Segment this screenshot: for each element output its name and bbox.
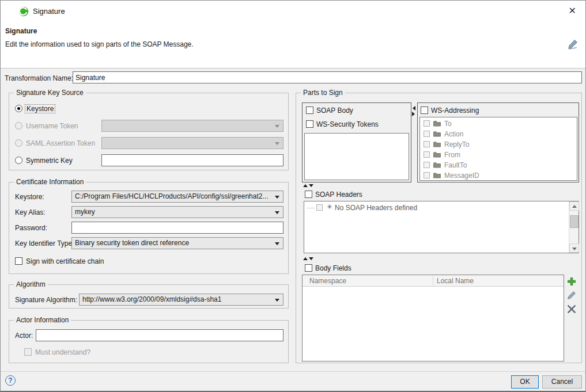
table-header-row: Namespace Local Name [303,275,564,287]
soap-headers-scrollbar[interactable] [569,201,579,253]
password-label: Password: [15,224,47,232]
signature-algorithm-label: Signature Algorithm: [15,296,77,304]
password-input[interactable] [71,222,283,234]
symmetric-key-input[interactable] [101,154,283,166]
tree-connector [307,208,315,208]
radio-saml-assertion-token [15,139,22,147]
key-identifier-type-label: Key Identifier Type: [15,239,74,248]
window-title: Signature [33,7,65,16]
ws-addressing-item: MessageID [424,170,573,181]
item-checkbox [424,141,430,147]
ws-security-tokens-list[interactable] [304,133,409,180]
ws-addressing-item: Action [424,129,573,139]
ws-security-tokens-label: WS-Security Tokens [316,120,379,128]
split-expand-right-icon[interactable] [412,112,415,116]
folder-icon [433,120,441,128]
key-identifier-type-combo[interactable]: Binary security token direct reference [71,237,283,249]
split-collapse-up-icon[interactable] [303,184,308,187]
chevron-down-icon [275,142,279,145]
group-title: Certificate Information [14,178,86,187]
radio-symmetric-key[interactable] [15,157,22,164]
ws-addressing-panel: WS-Addressing To Action ReplyTo [417,102,579,182]
radio-username-token-label: Username Token [26,122,78,130]
group-title: Actor Information [14,316,71,325]
delete-field-icon[interactable] [567,305,576,315]
app-icon [18,6,29,18]
item-checkbox [424,131,430,137]
dialog-header: Signature Edit the information used to s… [1,22,585,68]
must-understand-label: Must understand? [35,348,90,356]
soap-body-label: SOAP Body [316,106,353,115]
soap-headers-item-checkbox [316,204,323,211]
header-description: Edit the information used to sign parts … [5,40,194,48]
item-checkbox [424,120,430,127]
column-header-namespace[interactable]: Namespace [309,277,346,285]
ws-security-tokens-checkbox[interactable] [306,120,313,128]
scroll-up-button[interactable] [569,201,579,211]
add-field-icon[interactable] [567,277,576,288]
soap-headers-empty-text: No SOAP Headers defined [335,204,417,212]
transformation-name-label: Transformation Name: [5,74,73,82]
column-divider[interactable] [433,276,433,286]
soap-headers-label: SOAP Headers [315,191,362,199]
group-title: Parts to Sign [301,89,345,97]
sign-with-certificate-chain-label: Sign with certificate chain [26,257,104,265]
scroll-down-button[interactable] [569,243,579,253]
body-fields-table[interactable]: Namespace Local Name [302,275,564,361]
body-fields-label: Body Fields [315,264,351,272]
actor-input[interactable] [36,329,283,341]
soap-headers-checkbox[interactable] [305,191,312,198]
radio-keystore[interactable] [15,105,22,112]
header-bullet-icon: ✳ [327,203,332,211]
footer-divider [1,371,585,372]
help-icon[interactable]: ? [5,375,16,386]
split-expand-down-icon[interactable] [309,257,313,260]
soap-headers-tree[interactable]: ✳ No SOAP Headers defined [304,201,579,253]
title-bar[interactable]: Signature ✕ [1,1,585,22]
header-title: Signature [5,27,37,35]
must-understand-checkbox [24,348,32,356]
ok-button[interactable]: OK [511,375,539,389]
split-collapse-up-icon[interactable] [303,257,308,260]
item-checkbox [424,172,430,178]
group-title: Algorithm [14,280,48,289]
signature-dialog: Signature ✕ Signature Edit the informati… [0,0,586,392]
ws-addressing-item: To [424,119,573,129]
folder-icon [433,172,441,180]
chevron-down-icon [275,242,279,245]
chevron-down-icon [275,211,279,214]
scroll-thumb[interactable] [570,215,579,228]
ws-addressing-item: ReplyTo [424,139,573,150]
radio-symmetric-key-label: Symmetric Key [26,157,73,165]
group-actor-information: Actor Information Actor: Must understand… [9,320,289,363]
split-expand-down-icon[interactable] [309,184,313,187]
ws-addressing-checkbox[interactable] [421,106,428,114]
radio-saml-assertion-token-label: SAML Assertion Token [26,139,95,147]
sign-with-certificate-chain-checkbox[interactable] [15,257,22,265]
body-fields-checkbox[interactable] [305,264,312,272]
ws-addressing-label: WS-Addressing [431,106,479,115]
chevron-down-icon [275,125,279,128]
folder-icon [433,131,441,139]
cancel-button[interactable]: Cancel [542,375,582,389]
soap-body-panel: SOAP Body WS-Security Tokens [302,102,411,182]
transformation-name-input[interactable] [73,71,582,83]
keystore-combo[interactable]: C:/Program Files/HCL/HCLProducts/API/con… [71,191,283,203]
folder-icon [433,151,441,159]
soap-body-checkbox[interactable] [306,106,313,114]
ws-addressing-item: From [424,150,573,160]
signature-pen-icon [567,39,579,52]
folder-icon [433,162,441,170]
chevron-down-icon [275,196,279,199]
edit-field-icon[interactable] [567,291,576,302]
split-collapse-left-icon[interactable] [413,106,415,111]
signature-algorithm-combo[interactable]: http://www.w3.org/2000/09/xmldsig#dsa-sh… [79,294,283,306]
group-certificate-information: Certificate Information Keystore: C:/Pro… [9,182,289,274]
key-alias-label: Key Alias: [15,208,46,216]
saml-assertion-combo [101,137,283,149]
key-alias-combo[interactable]: mykey [71,206,283,218]
folder-icon [433,141,441,149]
column-header-local-name[interactable]: Local Name [437,277,474,285]
ws-addressing-list[interactable]: To Action ReplyTo From [419,117,577,181]
close-icon[interactable]: ✕ [569,5,576,17]
